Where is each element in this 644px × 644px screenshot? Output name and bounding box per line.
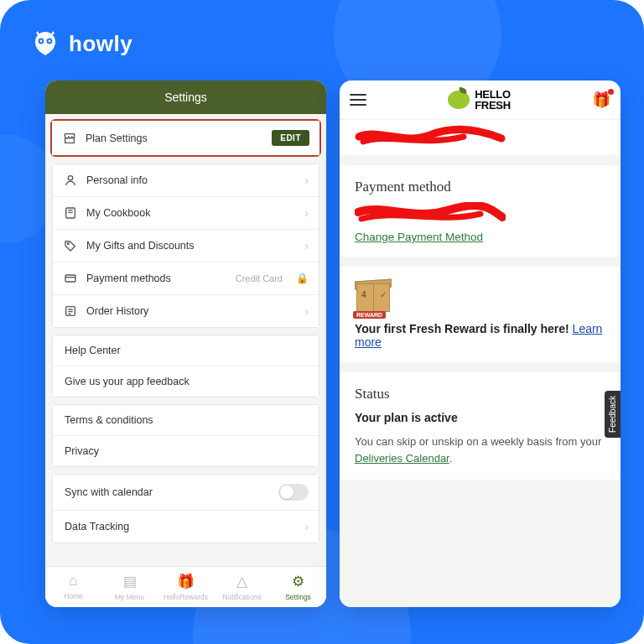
account-section: Personal info › My Cookbook › My Gifts a… [52, 164, 319, 328]
tab-notifications[interactable]: △Notifications [214, 567, 270, 607]
chevron-right-icon: › [304, 206, 309, 220]
svg-point-3 [49, 40, 51, 43]
status-active: Your plan is active [355, 411, 458, 424]
phone-left: Settings Plan Settings EDIT Personal inf [45, 80, 326, 607]
owl-icon [30, 29, 60, 59]
svg-point-2 [40, 40, 43, 43]
tag-icon [63, 239, 78, 252]
notification-dot [608, 89, 614, 95]
chevron-right-icon: › [304, 174, 309, 187]
row-orders[interactable]: Order History › [53, 295, 319, 327]
tab-home[interactable]: ⌂Home [45, 567, 101, 607]
panel-reward: 4 ✓ REWARD Your first Fresh Reward is fi… [340, 267, 621, 362]
row-personal-info[interactable]: Personal info › [53, 164, 319, 197]
row-payment[interactable]: Payment methods Credit Card 🔒 [53, 262, 319, 295]
row-feedback[interactable]: Give us your app feedback [53, 366, 319, 397]
bottom-tabbar: ⌂Home ▤My Menu 🎁HelloRewards △Notificati… [45, 566, 326, 607]
chevron-right-icon: › [304, 520, 309, 533]
row-tracking[interactable]: Data Tracking › [53, 511, 319, 543]
reward-badge: REWARD [353, 311, 386, 319]
reward-box-icon: 4 ✓ REWARD [355, 280, 393, 317]
payment-heading: Payment method [355, 179, 605, 195]
deliveries-calendar-link[interactable]: Deliveries Calendar [355, 452, 449, 465]
account-scroll[interactable]: Payment method Change Payment Method 4 ✓… [340, 120, 621, 607]
lime-icon [448, 91, 470, 109]
chevron-right-icon: › [304, 304, 309, 318]
top-bar: HELLOFRESH 🎁 [340, 80, 621, 120]
plan-settings-label: Plan Settings [86, 132, 263, 144]
chevron-right-icon: › [304, 239, 309, 252]
home-icon: ⌂ [69, 573, 77, 589]
check-icon: ✓ [380, 290, 387, 299]
screenshots-row: Settings Plan Settings EDIT Personal inf [45, 80, 621, 607]
svg-rect-7 [65, 275, 75, 282]
settings-header: Settings [45, 80, 326, 114]
hellofresh-logo[interactable]: HELLOFRESH [448, 89, 511, 111]
gift-icon[interactable]: 🎁 [592, 91, 610, 109]
gift-icon: 🎁 [177, 573, 195, 590]
legal-section: Terms & conditions Privacy [52, 404, 319, 467]
support-section: Help Center Give us your app feedback [52, 335, 319, 397]
row-sync[interactable]: Sync with calendar [53, 475, 319, 511]
howly-logo: howly [30, 29, 132, 59]
menu-icon: ▤ [123, 573, 137, 590]
phone-right: HELLOFRESH 🎁 Payment method Change Payme… [340, 80, 621, 607]
svg-point-6 [67, 242, 69, 244]
card-icon [63, 272, 78, 285]
status-body: You can skip or unskip on a weekly basis… [355, 434, 605, 466]
change-payment-link[interactable]: Change Payment Method [355, 231, 483, 243]
tab-settings[interactable]: ⚙Settings [270, 567, 326, 607]
tab-menu[interactable]: ▤My Menu [101, 567, 158, 607]
gear-icon: ⚙ [292, 573, 304, 590]
book-icon [63, 206, 78, 220]
store-icon [62, 132, 77, 145]
svg-point-4 [68, 176, 72, 180]
row-cookbook[interactable]: My Cookbook › [53, 197, 319, 230]
page-background: howly Settings Plan Settings EDIT [0, 0, 644, 644]
tab-rewards[interactable]: 🎁HelloRewards [158, 567, 214, 607]
panel-status: Status Your plan is active You can skip … [340, 372, 621, 480]
row-gifts[interactable]: My Gifts and Discounts › [53, 230, 319, 262]
panel-redacted-top [340, 120, 621, 155]
redaction-mark [355, 202, 605, 219]
feedback-tab[interactable]: Feedback [605, 391, 621, 438]
hamburger-icon[interactable] [350, 94, 366, 106]
sync-toggle[interactable] [278, 484, 309, 501]
row-privacy[interactable]: Privacy [53, 436, 319, 466]
lock-icon: 🔒 [296, 273, 309, 284]
status-heading: Status [355, 386, 605, 402]
list-icon [63, 304, 78, 318]
panel-payment: Payment method Change Payment Method [340, 165, 621, 257]
person-icon [63, 174, 78, 187]
edit-button[interactable]: EDIT [272, 130, 309, 146]
bell-icon: △ [236, 573, 247, 590]
reward-message: Your first Fresh Reward is finally here!… [355, 322, 605, 349]
prefs-section: Sync with calendar Data Tracking › [52, 474, 319, 543]
settings-scroll[interactable]: Plan Settings EDIT Personal info › My Co… [45, 114, 326, 566]
redaction-mark [355, 125, 605, 142]
row-terms[interactable]: Terms & conditions [53, 405, 319, 436]
howly-wordmark: howly [69, 31, 132, 57]
row-help[interactable]: Help Center [53, 335, 319, 366]
plan-settings-card[interactable]: Plan Settings EDIT [50, 119, 321, 157]
